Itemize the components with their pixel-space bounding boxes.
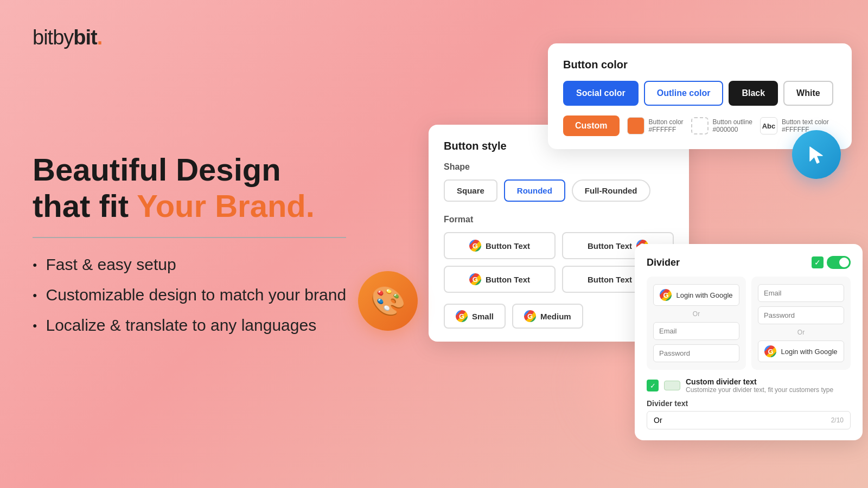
logo: bitbybit. <box>33 26 102 49</box>
preview-google-btn-left[interactable]: G Login with Google <box>653 284 739 306</box>
swatch-button-outline: Button outline#000000 <box>691 117 752 134</box>
size-medium-button[interactable]: G Medium <box>512 304 583 329</box>
shape-row: Square Rounded Full-Rounded <box>444 179 674 202</box>
divider-text-count: 2/10 <box>831 416 844 424</box>
hero-divider <box>33 237 346 238</box>
black-color-button[interactable]: Black <box>729 81 778 106</box>
custom-divider-row: ✓ Custom divider text Customize your div… <box>647 377 851 394</box>
google-icon-preview-left: G <box>660 289 672 301</box>
logo-bit: bit <box>33 26 53 49</box>
shape-square-button[interactable]: Square <box>444 179 497 202</box>
outline-color-button[interactable]: Outline color <box>644 81 724 106</box>
custom-divider-label: Custom divider text <box>686 377 833 386</box>
format-btn-1-text: Button Text <box>486 241 530 251</box>
format-btn-1[interactable]: G Button Text <box>444 232 556 259</box>
social-color-button[interactable]: Social color <box>563 81 639 106</box>
shape-rounded-button[interactable]: Rounded <box>504 179 565 202</box>
color-buttons-row: Social color Outline color Black White <box>563 81 837 106</box>
preview-google-btn-right[interactable]: G Login with Google <box>758 341 844 362</box>
format-btn-3-text: Button Text <box>486 275 530 284</box>
preview-email-left[interactable] <box>653 322 739 340</box>
float-blue-circle <box>792 130 841 179</box>
button-color-title: Button color <box>563 59 837 71</box>
preview-col-right: Or G Login with Google <box>751 277 851 370</box>
format-btn-4-text: Button Text <box>588 275 632 284</box>
preview-col-left: G Login with Google Or <box>647 277 746 370</box>
custom-divider-sublabel: Customize your divider text, fit your cu… <box>686 386 833 394</box>
divider-header: Divider ✓ <box>647 256 851 269</box>
toggle-pill <box>827 256 851 269</box>
preview-or-left: Or <box>653 310 739 318</box>
hero-brand: Your Brand. <box>137 188 315 223</box>
preview-password-right[interactable] <box>758 306 844 324</box>
hero-line1: Beautiful Design <box>33 152 281 187</box>
format-btn-3[interactable]: G Button Text <box>444 266 556 293</box>
feature-2: Customizable design to match your brand <box>33 286 346 304</box>
preview-email-right[interactable] <box>758 284 844 302</box>
hero-headline: Beautiful Design that fit Your Brand. <box>33 152 346 224</box>
google-icon-preview-right: G <box>764 345 776 357</box>
size-medium-label: Medium <box>540 312 571 321</box>
hero-line2-plain: that fit <box>33 188 137 223</box>
google-icon-1: G <box>469 240 481 252</box>
shape-label: Shape <box>444 162 674 172</box>
custom-button[interactable]: Custom <box>563 115 620 136</box>
toggle-check-icon: ✓ <box>812 256 824 268</box>
divider-text-value: Or <box>654 416 662 425</box>
custom-row: Custom Button color#FFFFFF Button outlin… <box>563 115 837 136</box>
swatch-box-color <box>627 117 644 134</box>
preview-or-right: Or <box>758 329 844 336</box>
swatch-label-outline: Button outline#000000 <box>713 118 752 133</box>
hero-section: Beautiful Design that fit Your Brand. Fa… <box>33 152 346 346</box>
float-orange-circle: 🎨 <box>358 271 418 331</box>
shape-full-rounded-button[interactable]: Full-Rounded <box>572 179 650 202</box>
swatch-box-text: Abc <box>760 117 777 134</box>
format-label: Format <box>444 215 674 224</box>
divider-text-label: Divider text <box>647 399 851 408</box>
logo-dot: . <box>97 26 103 49</box>
preview-columns: G Login with Google Or Or G Login with G… <box>647 277 851 370</box>
google-icon-small: G <box>456 310 468 322</box>
swatch-label-color: Button color#FFFFFF <box>649 118 684 133</box>
divider-text-input-row: Or 2/10 <box>647 411 851 429</box>
size-small-button[interactable]: G Small <box>444 304 506 329</box>
white-color-button[interactable]: White <box>783 81 833 106</box>
swatch-box-outline <box>691 117 709 134</box>
logo-by: by <box>53 26 73 49</box>
logo-bit2: bit <box>73 26 97 49</box>
custom-divider-check: ✓ <box>647 380 659 391</box>
divider-title: Divider <box>647 257 680 268</box>
divider-panel: Divider ✓ G Login with Google Or Or <box>635 244 863 440</box>
cursor-icon <box>805 143 828 166</box>
google-icon-medium: G <box>524 310 536 322</box>
preview-google-text-left: Login with Google <box>676 291 732 299</box>
panels-container: Button color Social color Outline color … <box>429 43 852 466</box>
palette-icon: 🎨 <box>371 285 406 318</box>
divider-toggle[interactable]: ✓ <box>812 256 851 269</box>
format-btn-2-text: Button Text <box>588 241 632 251</box>
preview-password-left[interactable] <box>653 344 739 362</box>
google-icon-3: G <box>469 273 481 285</box>
swatch-button-color: Button color#FFFFFF <box>627 117 684 134</box>
size-small-label: Small <box>472 312 494 321</box>
preview-google-text-right: Login with Google <box>781 348 837 356</box>
custom-divider-info: Custom divider text Customize your divid… <box>686 377 833 394</box>
feature-3: Localize & translate to any languages <box>33 316 346 335</box>
custom-divider-swatch <box>664 381 680 390</box>
hero-features: Fast & easy setup Customizable design to… <box>33 255 346 335</box>
feature-1: Fast & easy setup <box>33 255 346 274</box>
